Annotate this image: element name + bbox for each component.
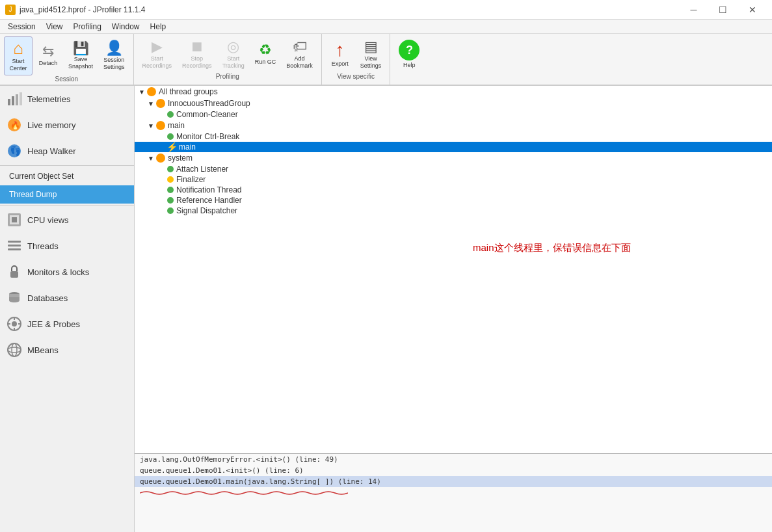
menu-view[interactable]: View (41, 21, 68, 33)
stack-line-1[interactable]: java.lang.OutOfMemoryError.<init>() (lin… (135, 454, 772, 465)
start-recordings-button[interactable]: ▶ StartRecordings (138, 36, 177, 73)
svg-rect-1 (12, 96, 14, 105)
tree-node-innocuous[interactable]: ▼ InnocuousThreadGroup (135, 98, 772, 109)
mbeans-label: MBeans (27, 345, 59, 355)
start-center-button[interactable]: ⌂ StartCenter (4, 36, 33, 75)
toolbar-group-profiling: ▶ StartRecordings ⏹ StopRecordings ◎ Sta… (134, 34, 322, 85)
stop-recordings-button[interactable]: ⏹ StopRecordings (178, 36, 217, 73)
view-specific-group-label: View specific (326, 73, 386, 81)
menu-window[interactable]: Window (107, 21, 145, 33)
sidebar-item-cpu-views[interactable]: CPU views (0, 207, 134, 233)
window-controls[interactable]: ─ ☐ ✕ (679, 0, 767, 20)
toolbar-group-view-specific: ↑ Export ▤ ViewSettings View specific (322, 34, 391, 85)
export-button[interactable]: ↑ Export (326, 38, 354, 71)
session-settings-icon: 👤 (105, 41, 123, 55)
svg-rect-10 (12, 217, 17, 222)
heap-walker-icon: 👣 (7, 143, 22, 159)
tree-node-common-cleaner[interactable]: Common-Cleaner (135, 109, 772, 120)
tree-node-monitor-ctrl-break[interactable]: Monitor Ctrl-Break (135, 131, 772, 142)
help-button[interactable]: ? Help (394, 36, 424, 72)
add-bookmark-button[interactable]: 🏷 AddBookmark (282, 36, 317, 73)
start-recordings-icon: ▶ (152, 40, 163, 54)
menu-session[interactable]: Session (3, 21, 41, 33)
menu-help[interactable]: Help (145, 21, 172, 33)
export-icon: ↑ (336, 41, 345, 59)
sidebar-item-telemetries[interactable]: Telemetries (0, 86, 134, 112)
view-settings-button[interactable]: ▤ ViewSettings (356, 36, 386, 73)
tree-node-system-group[interactable]: ▼ system (135, 152, 772, 164)
mbeans-icon (7, 342, 22, 358)
tree-node-attach-listener[interactable]: Attach Listener (135, 164, 772, 174)
session-settings-button[interactable]: 👤 SessionSettings (99, 38, 129, 74)
sidebar-item-mbeans[interactable]: MBeans (0, 337, 134, 363)
detach-icon: ⇆ (42, 44, 54, 59)
svg-text:🔥: 🔥 (10, 120, 20, 130)
svg-rect-11 (8, 241, 21, 243)
sidebar-item-thread-dump[interactable]: Thread Dump (0, 185, 134, 204)
svg-point-23 (8, 347, 21, 352)
menu-profiling[interactable]: Profiling (68, 21, 107, 33)
content-area: ▼ All thread groups ▼ InnocuousThreadGro… (135, 86, 772, 532)
close-button[interactable]: ✕ (738, 0, 767, 20)
sidebar-item-threads[interactable]: Threads (0, 233, 134, 259)
minimize-button[interactable]: ─ (679, 0, 708, 20)
svg-text:👣: 👣 (10, 146, 21, 157)
svg-rect-13 (8, 248, 21, 250)
cpu-views-icon (7, 212, 22, 228)
save-snapshot-button[interactable]: 💾 SaveSnapshot (64, 38, 98, 73)
databases-icon (7, 290, 22, 306)
finalizer-dot (167, 176, 174, 183)
tree-node-main-thread[interactable]: ⚡ main (135, 142, 772, 152)
start-center-icon: ⌂ (13, 40, 23, 57)
live-memory-label: Live memory (27, 120, 75, 130)
detach-button[interactable]: ⇆ Detach (34, 41, 62, 70)
sidebar-item-databases[interactable]: Databases (0, 285, 134, 311)
sidebar-item-current-object-set[interactable]: Current Object Set (0, 167, 134, 185)
maximize-button[interactable]: ☐ (708, 0, 738, 20)
signal-dispatcher-label: Signal Dispatcher (176, 206, 237, 215)
view-settings-icon: ▤ (364, 40, 378, 54)
stack-trace-pane[interactable]: java.lang.OutOfMemoryError.<init>() (lin… (135, 454, 772, 532)
tree-node-notification-thread[interactable]: Notification Thread (135, 185, 772, 195)
title-bar-left: J java_pid4512.hprof - JProfiler 11.1.4 (5, 5, 145, 15)
squiggle-decoration (135, 487, 772, 501)
tree-node-reference-handler[interactable]: Reference Handler (135, 195, 772, 206)
monitors-locks-label: Monitors & locks (27, 267, 89, 277)
threads-icon (7, 238, 22, 254)
title-bar: J java_pid4512.hprof - JProfiler 11.1.4 … (0, 0, 772, 20)
stack-line-3[interactable]: queue.queue1.Demo01.main(java.lang.Strin… (135, 476, 772, 487)
tree-node-main-group[interactable]: ▼ main (135, 120, 772, 131)
sidebar-item-monitors-locks[interactable]: Monitors & locks (0, 259, 134, 285)
notification-thread-dot (167, 187, 174, 193)
databases-label: Databases (27, 293, 68, 303)
heap-walker-label: Heap Walker (27, 146, 76, 156)
attach-listener-label: Attach Listener (176, 165, 228, 174)
jee-probes-icon (7, 316, 22, 332)
finalizer-label: Finalizer (176, 175, 206, 184)
all-thread-groups-label: All thread groups (159, 87, 218, 96)
thread-tree-pane[interactable]: ▼ All thread groups ▼ InnocuousThreadGro… (135, 86, 772, 454)
tree-node-all-thread-groups[interactable]: ▼ All thread groups (135, 86, 772, 98)
main-thread-bolt-icon: ⚡ (167, 142, 176, 152)
main-layout: Telemetries 🔥 Live memory 👣 Heap Walker … (0, 86, 772, 532)
monitor-ctrl-break-label: Monitor Ctrl-Break (176, 132, 239, 141)
profiling-group-label: Profiling (138, 73, 317, 81)
stack-line-2[interactable]: queue.queue1.Demo01.<init>() (line: 6) (135, 465, 772, 476)
notification-thread-label: Notification Thread (176, 185, 242, 194)
sidebar-item-heap-walker[interactable]: 👣 Heap Walker (0, 138, 134, 164)
save-snapshot-icon: 💾 (73, 42, 89, 55)
tree-node-signal-dispatcher[interactable]: Signal Dispatcher (135, 206, 772, 216)
run-gc-button[interactable]: ♻ Run GC (250, 40, 281, 69)
start-tracking-button[interactable]: ◎ StartTracking (218, 36, 249, 73)
sidebar-divider-2 (0, 205, 134, 206)
sidebar-item-live-memory[interactable]: 🔥 Live memory (0, 112, 134, 138)
toolbar-group-session: ⌂ StartCenter ⇆ Detach 💾 SaveSnapshot 👤 … (0, 34, 134, 85)
stop-recordings-icon: ⏹ (190, 40, 204, 54)
tree-node-finalizer[interactable]: Finalizer (135, 174, 772, 185)
monitors-locks-icon (7, 264, 22, 280)
telemetries-icon (7, 91, 22, 107)
innocuous-label: InnocuousThreadGroup (168, 99, 250, 108)
monitor-ctrl-break-dot (167, 133, 174, 140)
run-gc-icon: ♻ (259, 43, 272, 57)
sidebar-item-jee-probes[interactable]: JEE & Probes (0, 311, 134, 337)
